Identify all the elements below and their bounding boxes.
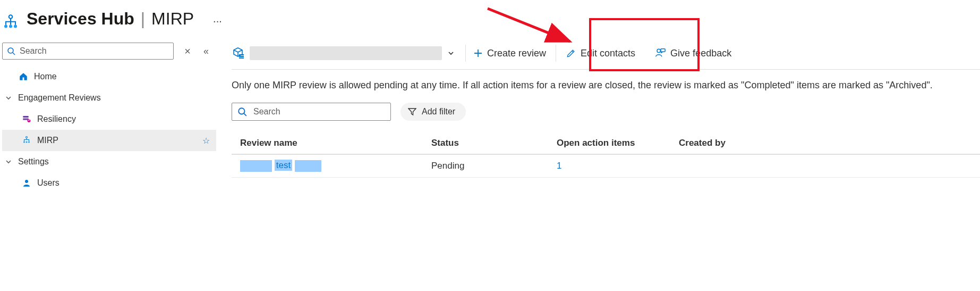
main-content: Create review Edit contacts <box>217 40 980 291</box>
svg-point-0 <box>9 15 13 19</box>
pencil-icon <box>566 48 576 59</box>
subscription-name-redacted <box>250 46 442 60</box>
chevron-down-icon <box>5 95 13 101</box>
filter-icon <box>408 107 416 116</box>
feedback-icon <box>654 47 666 59</box>
create-review-button[interactable]: Create review <box>466 45 553 62</box>
svg-point-1 <box>4 25 7 28</box>
page-header: Services Hub | MIRP ··· <box>0 0 980 40</box>
toolbar: Create review Edit contacts <box>232 45 980 70</box>
svg-point-20 <box>238 108 244 114</box>
add-filter-button[interactable]: Add filter <box>400 103 466 121</box>
sidebar-search-input[interactable] <box>20 46 169 56</box>
info-text: Only one MIRP review is allowed pending … <box>232 78 980 93</box>
mirp-icon <box>21 136 32 145</box>
svg-point-8 <box>26 137 28 138</box>
content-search[interactable] <box>232 103 391 121</box>
svg-rect-6 <box>23 116 29 118</box>
button-label: Add filter <box>422 107 455 117</box>
cell-status: Pending <box>431 161 557 171</box>
svg-point-10 <box>26 142 28 143</box>
column-header-open-items[interactable]: Open action items <box>557 138 679 148</box>
button-label: Give feedback <box>670 48 731 59</box>
search-icon <box>7 47 15 55</box>
page-title: Services Hub | MIRP <box>27 9 194 29</box>
svg-rect-17 <box>661 49 665 52</box>
reviews-table: Review name Status Open action items Cre… <box>232 132 980 178</box>
sidebar-item-home[interactable]: Home <box>2 66 216 87</box>
sidebar-item-resiliency[interactable]: Resiliency <box>2 109 216 130</box>
sidebar-item-engagement-reviews[interactable]: Engagement Reviews <box>2 87 216 109</box>
cell-open-items[interactable]: 1 <box>557 161 679 171</box>
svg-point-16 <box>657 49 660 52</box>
svg-point-4 <box>8 48 13 53</box>
svg-point-2 <box>9 25 12 28</box>
cell-review-name[interactable]: test <box>240 160 431 172</box>
svg-rect-15 <box>239 57 244 59</box>
sidebar-collapse-button[interactable]: « <box>201 44 211 59</box>
search-icon <box>237 107 247 117</box>
subscription-picker[interactable] <box>232 45 466 62</box>
svg-point-3 <box>14 25 17 28</box>
more-menu-icon[interactable]: ··· <box>213 15 222 27</box>
title-section: MIRP <box>151 9 194 29</box>
sidebar-item-settings[interactable]: Settings <box>2 151 216 172</box>
user-icon <box>21 178 32 188</box>
sidebar-item-label: Resiliency <box>37 114 76 124</box>
svg-point-12 <box>25 180 28 183</box>
svg-point-11 <box>28 142 30 143</box>
svg-line-21 <box>244 113 246 116</box>
sidebar-item-users[interactable]: Users <box>2 172 216 194</box>
filter-row: Add filter <box>232 103 980 121</box>
review-name-visible: test <box>275 160 292 171</box>
chevron-down-icon <box>5 159 13 165</box>
sidebar-item-label: Settings <box>18 157 49 167</box>
table-row[interactable]: test Pending 1 <box>232 155 980 178</box>
sidebar-clear-button[interactable]: × <box>182 43 193 60</box>
column-header-name[interactable]: Review name <box>240 138 431 148</box>
svg-point-9 <box>23 142 25 143</box>
home-icon <box>18 72 29 81</box>
content-search-input[interactable] <box>253 107 385 117</box>
table-header: Review name Status Open action items Cre… <box>232 132 980 155</box>
title-divider: | <box>141 9 145 29</box>
resiliency-icon <box>21 114 32 124</box>
sidebar-item-label: Users <box>37 178 59 188</box>
give-feedback-button[interactable]: Give feedback <box>647 45 739 62</box>
button-label: Edit contacts <box>581 48 635 59</box>
hierarchy-icon <box>1 13 20 32</box>
button-label: Create review <box>487 48 546 59</box>
sidebar-search[interactable] <box>2 43 174 60</box>
cube-icon <box>232 47 244 60</box>
column-header-created-by[interactable]: Created by <box>679 138 972 148</box>
svg-rect-14 <box>239 56 244 57</box>
sidebar: × « Home Engagement Reviews <box>0 40 217 291</box>
sidebar-item-mirp[interactable]: MIRP ☆ <box>2 130 216 151</box>
redacted-text <box>295 160 321 172</box>
edit-contacts-button[interactable]: Edit contacts <box>558 45 647 62</box>
svg-rect-13 <box>239 54 244 55</box>
favorite-star-icon[interactable]: ☆ <box>202 136 210 146</box>
plus-icon <box>473 48 483 58</box>
redacted-text <box>240 160 272 172</box>
svg-line-5 <box>13 53 15 55</box>
svg-rect-7 <box>23 119 29 120</box>
sidebar-item-label: Home <box>34 72 57 81</box>
chevron-down-icon <box>447 49 455 57</box>
column-header-status[interactable]: Status <box>431 138 557 148</box>
sidebar-item-label: Engagement Reviews <box>18 93 101 103</box>
sidebar-item-label: MIRP <box>37 136 58 145</box>
title-strong: Services Hub <box>27 9 134 29</box>
